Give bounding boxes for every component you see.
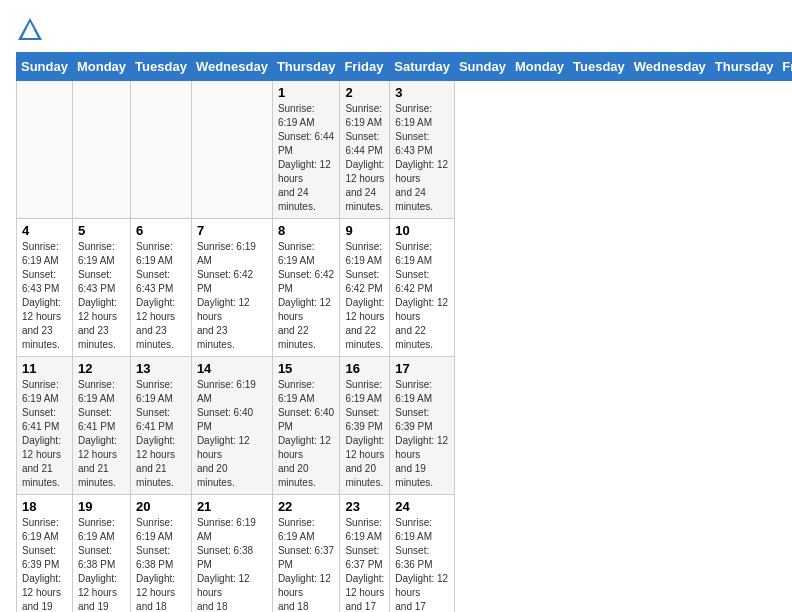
day-number: 1 <box>278 85 335 100</box>
calendar-cell: 6Sunrise: 6:19 AMSunset: 6:43 PMDaylight… <box>131 219 192 357</box>
calendar-cell: 3Sunrise: 6:19 AMSunset: 6:43 PMDaylight… <box>390 81 455 219</box>
day-detail: Sunrise: 6:19 AMSunset: 6:43 PMDaylight:… <box>136 240 186 352</box>
day-detail: Sunrise: 6:19 AMSunset: 6:40 PMDaylight:… <box>278 378 335 490</box>
day-detail: Sunrise: 6:19 AMSunset: 6:38 PMDaylight:… <box>197 516 267 612</box>
day-number: 9 <box>345 223 384 238</box>
calendar-week-row: 11Sunrise: 6:19 AMSunset: 6:41 PMDayligh… <box>17 357 793 495</box>
calendar-cell: 12Sunrise: 6:19 AMSunset: 6:41 PMDayligh… <box>72 357 130 495</box>
calendar-cell: 10Sunrise: 6:19 AMSunset: 6:42 PMDayligh… <box>390 219 455 357</box>
day-detail: Sunrise: 6:19 AMSunset: 6:41 PMDaylight:… <box>22 378 67 490</box>
day-number: 12 <box>78 361 125 376</box>
day-number: 2 <box>345 85 384 100</box>
calendar-cell: 8Sunrise: 6:19 AMSunset: 6:42 PMDaylight… <box>272 219 340 357</box>
day-number: 17 <box>395 361 449 376</box>
calendar-week-row: 18Sunrise: 6:19 AMSunset: 6:39 PMDayligh… <box>17 495 793 613</box>
calendar-cell: 14Sunrise: 6:19 AMSunset: 6:40 PMDayligh… <box>191 357 272 495</box>
calendar-cell: 23Sunrise: 6:19 AMSunset: 6:37 PMDayligh… <box>340 495 390 613</box>
day-detail: Sunrise: 6:19 AMSunset: 6:37 PMDaylight:… <box>345 516 384 612</box>
weekday-header-sunday: Sunday <box>454 53 510 81</box>
calendar-cell: 17Sunrise: 6:19 AMSunset: 6:39 PMDayligh… <box>390 357 455 495</box>
calendar-table: SundayMondayTuesdayWednesdayThursdayFrid… <box>16 52 792 612</box>
calendar-cell: 19Sunrise: 6:19 AMSunset: 6:38 PMDayligh… <box>72 495 130 613</box>
calendar-header-row: SundayMondayTuesdayWednesdayThursdayFrid… <box>17 53 793 81</box>
day-detail: Sunrise: 6:19 AMSunset: 6:38 PMDaylight:… <box>78 516 125 612</box>
day-detail: Sunrise: 6:19 AMSunset: 6:38 PMDaylight:… <box>136 516 186 612</box>
header-thursday: Thursday <box>272 53 340 81</box>
day-number: 24 <box>395 499 449 514</box>
calendar-cell: 16Sunrise: 6:19 AMSunset: 6:39 PMDayligh… <box>340 357 390 495</box>
day-detail: Sunrise: 6:19 AMSunset: 6:40 PMDaylight:… <box>197 378 267 490</box>
day-detail: Sunrise: 6:19 AMSunset: 6:39 PMDaylight:… <box>395 378 449 490</box>
day-detail: Sunrise: 6:19 AMSunset: 6:39 PMDaylight:… <box>345 378 384 490</box>
calendar-cell: 20Sunrise: 6:19 AMSunset: 6:38 PMDayligh… <box>131 495 192 613</box>
calendar-cell: 7Sunrise: 6:19 AMSunset: 6:42 PMDaylight… <box>191 219 272 357</box>
weekday-header-monday: Monday <box>510 53 568 81</box>
day-detail: Sunrise: 6:19 AMSunset: 6:39 PMDaylight:… <box>22 516 67 612</box>
generalblue-logo-icon <box>16 16 44 44</box>
day-number: 8 <box>278 223 335 238</box>
day-number: 22 <box>278 499 335 514</box>
calendar-cell: 1Sunrise: 6:19 AMSunset: 6:44 PMDaylight… <box>272 81 340 219</box>
day-number: 7 <box>197 223 267 238</box>
weekday-header-tuesday: Tuesday <box>569 53 630 81</box>
calendar-cell: 4Sunrise: 6:19 AMSunset: 6:43 PMDaylight… <box>17 219 73 357</box>
day-detail: Sunrise: 6:19 AMSunset: 6:43 PMDaylight:… <box>22 240 67 352</box>
day-number: 21 <box>197 499 267 514</box>
day-number: 16 <box>345 361 384 376</box>
day-detail: Sunrise: 6:19 AMSunset: 6:42 PMDaylight:… <box>395 240 449 352</box>
day-number: 6 <box>136 223 186 238</box>
calendar-cell: 2Sunrise: 6:19 AMSunset: 6:44 PMDaylight… <box>340 81 390 219</box>
day-detail: Sunrise: 6:19 AMSunset: 6:44 PMDaylight:… <box>278 102 335 214</box>
calendar-cell <box>72 81 130 219</box>
day-number: 4 <box>22 223 67 238</box>
header-monday: Monday <box>72 53 130 81</box>
day-detail: Sunrise: 6:19 AMSunset: 6:41 PMDaylight:… <box>78 378 125 490</box>
header-wednesday: Wednesday <box>191 53 272 81</box>
weekday-header-friday: Friday <box>778 53 792 81</box>
day-detail: Sunrise: 6:19 AMSunset: 6:42 PMDaylight:… <box>345 240 384 352</box>
weekday-header-thursday: Thursday <box>710 53 778 81</box>
calendar-week-row: 4Sunrise: 6:19 AMSunset: 6:43 PMDaylight… <box>17 219 793 357</box>
calendar-cell: 13Sunrise: 6:19 AMSunset: 6:41 PMDayligh… <box>131 357 192 495</box>
header-sunday: Sunday <box>17 53 73 81</box>
day-detail: Sunrise: 6:19 AMSunset: 6:36 PMDaylight:… <box>395 516 449 612</box>
header-saturday: Saturday <box>390 53 455 81</box>
header-friday: Friday <box>340 53 390 81</box>
day-number: 19 <box>78 499 125 514</box>
calendar-cell: 11Sunrise: 6:19 AMSunset: 6:41 PMDayligh… <box>17 357 73 495</box>
weekday-header-wednesday: Wednesday <box>629 53 710 81</box>
logo <box>16 16 48 44</box>
day-number: 11 <box>22 361 67 376</box>
calendar-cell: 21Sunrise: 6:19 AMSunset: 6:38 PMDayligh… <box>191 495 272 613</box>
day-number: 20 <box>136 499 186 514</box>
day-detail: Sunrise: 6:19 AMSunset: 6:37 PMDaylight:… <box>278 516 335 612</box>
day-number: 5 <box>78 223 125 238</box>
header-tuesday: Tuesday <box>131 53 192 81</box>
calendar-cell <box>131 81 192 219</box>
day-number: 14 <box>197 361 267 376</box>
day-number: 3 <box>395 85 449 100</box>
calendar-cell: 9Sunrise: 6:19 AMSunset: 6:42 PMDaylight… <box>340 219 390 357</box>
day-detail: Sunrise: 6:19 AMSunset: 6:43 PMDaylight:… <box>395 102 449 214</box>
calendar-cell: 24Sunrise: 6:19 AMSunset: 6:36 PMDayligh… <box>390 495 455 613</box>
day-number: 13 <box>136 361 186 376</box>
day-number: 23 <box>345 499 384 514</box>
day-number: 18 <box>22 499 67 514</box>
calendar-cell: 18Sunrise: 6:19 AMSunset: 6:39 PMDayligh… <box>17 495 73 613</box>
calendar-cell: 5Sunrise: 6:19 AMSunset: 6:43 PMDaylight… <box>72 219 130 357</box>
calendar-cell: 15Sunrise: 6:19 AMSunset: 6:40 PMDayligh… <box>272 357 340 495</box>
calendar-cell <box>17 81 73 219</box>
day-detail: Sunrise: 6:19 AMSunset: 6:41 PMDaylight:… <box>136 378 186 490</box>
calendar-cell <box>191 81 272 219</box>
day-number: 10 <box>395 223 449 238</box>
calendar-cell: 22Sunrise: 6:19 AMSunset: 6:37 PMDayligh… <box>272 495 340 613</box>
day-detail: Sunrise: 6:19 AMSunset: 6:42 PMDaylight:… <box>278 240 335 352</box>
day-detail: Sunrise: 6:19 AMSunset: 6:42 PMDaylight:… <box>197 240 267 352</box>
header <box>16 16 776 44</box>
calendar-week-row: 1Sunrise: 6:19 AMSunset: 6:44 PMDaylight… <box>17 81 793 219</box>
day-number: 15 <box>278 361 335 376</box>
day-detail: Sunrise: 6:19 AMSunset: 6:44 PMDaylight:… <box>345 102 384 214</box>
day-detail: Sunrise: 6:19 AMSunset: 6:43 PMDaylight:… <box>78 240 125 352</box>
